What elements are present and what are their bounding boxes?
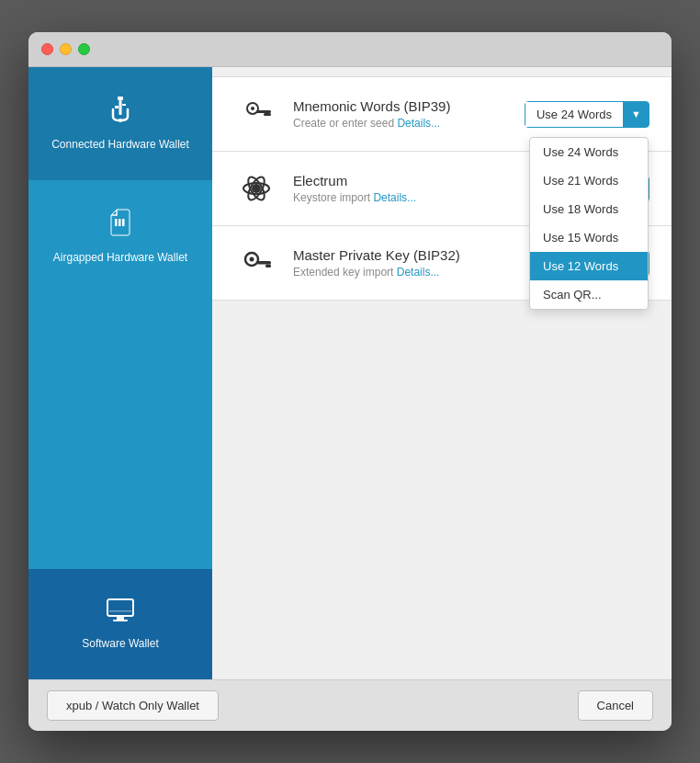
dropdown-option-qr[interactable]: Scan QR... [530, 280, 648, 309]
svg-rect-5 [115, 219, 118, 226]
traffic-lights [41, 43, 90, 55]
sidebar-spacer [28, 292, 212, 569]
svg-rect-8 [107, 599, 133, 616]
svg-rect-0 [118, 97, 123, 100]
mnemonic-info: Mnemonic Words (BIP39) Create or enter s… [293, 98, 525, 130]
svg-point-13 [251, 107, 254, 110]
electrum-details-link[interactable]: Details... [373, 191, 416, 204]
svg-rect-4 [122, 104, 126, 106]
sidebar-label-airgapped-hardware: Airgapped Hardware Wallet [53, 251, 187, 266]
cancel-button[interactable]: Cancel [578, 690, 653, 721]
sidebar-item-software-wallet[interactable]: Software Wallet [28, 569, 212, 679]
svg-rect-22 [257, 261, 271, 265]
usb-icon [106, 95, 135, 131]
svg-rect-6 [119, 219, 121, 226]
bottom-bar: xpub / Watch Only Wallet Cancel [28, 679, 672, 731]
sd-icon [107, 208, 133, 244]
main-window: Connected Hardware Wallet Airgapped Hard… [28, 32, 672, 731]
maximize-button[interactable] [78, 43, 90, 55]
sidebar-item-connected-hardware[interactable]: Connected Hardware Wallet [28, 67, 212, 180]
master-key-icon [234, 241, 278, 285]
sidebar-label-connected-hardware: Connected Hardware Wallet [51, 138, 189, 153]
wallet-options-list: Mnemonic Words (BIP39) Create or enter s… [212, 67, 672, 679]
dropdown-option-21[interactable]: Use 21 Words [530, 166, 648, 195]
svg-rect-10 [113, 620, 128, 621]
svg-point-21 [250, 257, 254, 262]
dropdown-option-12[interactable]: Use 12 Words [530, 252, 648, 280]
svg-rect-15 [264, 113, 271, 116]
dropdown-option-18[interactable]: Use 18 Words [530, 195, 648, 223]
sidebar-label-software-wallet: Software Wallet [82, 637, 159, 652]
window-body: Connected Hardware Wallet Airgapped Hard… [28, 67, 672, 679]
dropdown-option-15[interactable]: Use 15 Words [530, 223, 648, 252]
svg-rect-1 [119, 100, 122, 115]
svg-rect-14 [256, 110, 271, 113]
svg-point-2 [119, 119, 122, 122]
close-button[interactable] [41, 43, 53, 55]
words-dropdown-group: Use 24 Words ▼ Use 24 Words Use 21 Words… [525, 101, 649, 128]
mnemonic-icon [234, 92, 278, 136]
dropdown-option-24[interactable]: Use 24 Words [530, 138, 648, 166]
svg-rect-9 [117, 617, 124, 620]
monitor-icon [106, 598, 135, 630]
svg-rect-11 [109, 610, 131, 612]
svg-point-16 [252, 184, 261, 193]
sidebar: Connected Hardware Wallet Airgapped Hard… [28, 67, 212, 679]
words-dropdown-menu: Use 24 Words Use 21 Words Use 18 Words U… [529, 137, 649, 310]
titlebar [28, 32, 672, 67]
minimize-button[interactable] [60, 43, 72, 55]
mnemonic-name: Mnemonic Words (BIP39) [293, 98, 525, 114]
mnemonic-desc: Create or enter seed Details... [293, 117, 525, 130]
sidebar-item-airgapped-hardware[interactable]: Airgapped Hardware Wallet [28, 180, 212, 293]
electrum-icon [234, 166, 278, 211]
mnemonic-action: Use 24 Words ▼ Use 24 Words Use 21 Words… [525, 101, 649, 128]
xpub-watch-only-button[interactable]: xpub / Watch Only Wallet [47, 690, 219, 721]
words-dropdown-arrow-button[interactable]: ▼ [624, 102, 649, 127]
main-content: Mnemonic Words (BIP39) Create or enter s… [212, 67, 672, 679]
svg-rect-7 [122, 219, 125, 226]
svg-rect-23 [265, 265, 271, 268]
master-key-details-link[interactable]: Details... [397, 266, 440, 279]
words-dropdown-main-button[interactable]: Use 24 Words [525, 102, 624, 127]
svg-rect-3 [115, 106, 119, 108]
wallet-option-mnemonic: Mnemonic Words (BIP39) Create or enter s… [212, 76, 672, 152]
mnemonic-details-link[interactable]: Details... [397, 117, 440, 130]
